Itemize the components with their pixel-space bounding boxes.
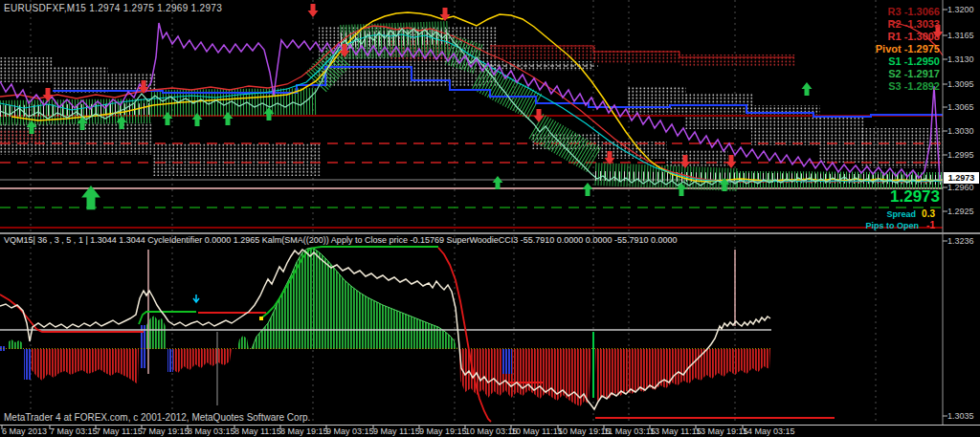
legend-s3: S3 -1.2892: [876, 81, 940, 94]
cycle-down-arrow-icon: [193, 295, 199, 302]
current-price-axis-marker: 1.2973: [944, 172, 979, 184]
indicator-header[interactable]: VQM15| 36 , 3 , 5 , 1 | 1.3044 1.3044 Cy…: [4, 236, 677, 245]
status-credit: MetaTrader 4 at FOREX.com, c 2001-2012, …: [4, 413, 310, 423]
chart-title-ohlc: EURUSDFXF,M15 1.2974 1.2975 1.2969 1.297…: [4, 4, 222, 13]
panel-divider[interactable]: [0, 232, 980, 234]
pips-value: -1: [926, 220, 935, 230]
pips-label: Pips to Open: [866, 221, 920, 230]
pips-to-open-row: Pips to Open-1: [866, 221, 935, 230]
current-price-readout: 1.2973: [890, 188, 940, 205]
spread-label: Spread: [887, 209, 917, 219]
mt4-chart-window: EURUSDFXF,M15 1.2974 1.2975 1.2969 1.297…: [0, 0, 980, 437]
chart-graphics[interactable]: [0, 0, 980, 437]
time-axis-ticks: [2, 426, 743, 429]
indicator-panel-graphics: [0, 247, 835, 422]
spread-row: Spread0.3: [887, 209, 935, 219]
spread-value: 0.3: [922, 208, 935, 219]
yellow-tick-icon: [259, 317, 263, 320]
pivot-legend: R3 -1.3066 R2 -1.3033 R1 -1.3008 Pivot -…: [876, 7, 940, 94]
